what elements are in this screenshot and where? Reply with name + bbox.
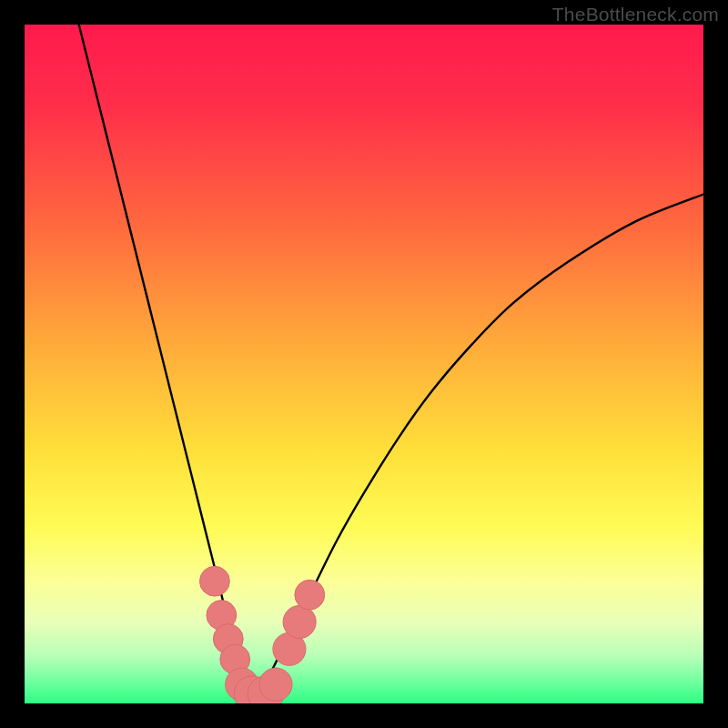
left-cluster-1 [199,566,229,596]
plot-area [25,25,703,703]
chart-frame: TheBottleneck.com [0,0,728,728]
bottom-blob-d [259,668,292,701]
right-cluster-3 [295,580,325,610]
bottleneck-curve [79,25,703,697]
curve-layer [25,25,703,703]
right-cluster-2 [283,605,316,638]
watermark-text: TheBottleneck.com [552,4,719,25]
data-markers [199,566,324,703]
